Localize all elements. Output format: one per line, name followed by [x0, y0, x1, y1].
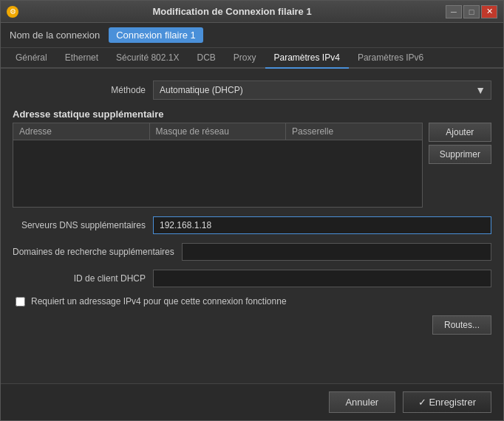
close-button[interactable]: ✕	[481, 5, 497, 18]
tab-security[interactable]: Sécurité 802.1X	[107, 48, 188, 69]
dns-label: Serveurs DNS supplémentaires	[13, 220, 146, 230]
routes-row: Routes...	[13, 315, 491, 335]
search-domains-row: Domaines de recherche supplémentaires	[13, 243, 491, 261]
dns-row: Serveurs DNS supplémentaires	[13, 216, 491, 234]
table-body	[13, 140, 422, 207]
static-address-title: Adresse statique supplémentaire	[13, 109, 491, 120]
dhcp-client-id-row: ID de client DHCP	[13, 270, 491, 287]
dns-input[interactable]	[153, 216, 491, 234]
connection-name-label: Nom de la connexion	[10, 30, 100, 41]
tab-dcb[interactable]: DCB	[188, 48, 224, 69]
address-table-container: Adresse Masque de réseau Passerelle Ajou…	[13, 123, 491, 208]
cancel-button[interactable]: Annuler	[329, 391, 395, 413]
tab-ethernet[interactable]: Ethernet	[56, 48, 107, 69]
table-header: Adresse Masque de réseau Passerelle	[13, 123, 422, 140]
window-controls: ─ □ ✕	[446, 5, 497, 18]
main-content: Méthode Automatique (DHCP) ▼ Adresse sta…	[1, 69, 503, 383]
window-title: Modification de Connexion filaire 1	[18, 6, 446, 17]
title-bar: ⚙ Modification de Connexion filaire 1 ─ …	[1, 1, 503, 23]
tab-general[interactable]: Général	[7, 48, 56, 69]
maximize-button[interactable]: □	[463, 5, 480, 18]
app-icon: ⚙	[7, 6, 18, 18]
col-gateway: Passerelle	[286, 123, 422, 140]
ipv4-required-checkbox[interactable]	[16, 297, 25, 307]
main-window: ⚙ Modification de Connexion filaire 1 ─ …	[0, 0, 504, 421]
remove-button[interactable]: Supprimer	[429, 145, 491, 164]
search-domains-label: Domaines de recherche supplémentaires	[13, 247, 174, 257]
method-select-wrapper: Automatique (DHCP) ▼	[153, 81, 491, 100]
method-row: Méthode Automatique (DHCP) ▼	[13, 81, 491, 100]
ipv4-required-row: Requiert un adressage IPv4 pour que cett…	[13, 296, 491, 307]
dhcp-client-id-input[interactable]	[153, 270, 491, 287]
address-table: Adresse Masque de réseau Passerelle	[13, 123, 423, 208]
save-button[interactable]: ✓ Enregistrer	[403, 391, 491, 413]
method-select[interactable]: Automatique (DHCP)	[153, 81, 491, 100]
connection-name-value: Connexion filaire 1	[109, 27, 203, 43]
tab-ipv4[interactable]: Paramètres IPv4	[265, 48, 349, 69]
tabs-bar: Général Ethernet Sécurité 802.1X DCB Pro…	[1, 48, 503, 69]
footer: Annuler ✓ Enregistrer	[1, 383, 503, 420]
dhcp-client-id-label: ID de client DHCP	[13, 273, 146, 284]
static-address-section: Adresse statique supplémentaire Adresse …	[13, 109, 491, 208]
method-label: Méthode	[13, 85, 146, 95]
minimize-button[interactable]: ─	[446, 5, 462, 18]
connection-name-bar: Nom de la connexion Connexion filaire 1	[1, 23, 503, 48]
col-address: Adresse	[13, 123, 150, 140]
table-buttons: Ajouter Supprimer	[429, 123, 491, 208]
tab-proxy[interactable]: Proxy	[225, 48, 265, 69]
col-mask: Masque de réseau	[150, 123, 287, 140]
ipv4-required-label: Requiert un adressage IPv4 pour que cett…	[31, 296, 287, 307]
add-button[interactable]: Ajouter	[429, 123, 491, 142]
routes-button[interactable]: Routes...	[432, 315, 491, 335]
tab-ipv6[interactable]: Paramètres IPv6	[349, 48, 432, 69]
search-domains-input[interactable]	[182, 243, 491, 261]
